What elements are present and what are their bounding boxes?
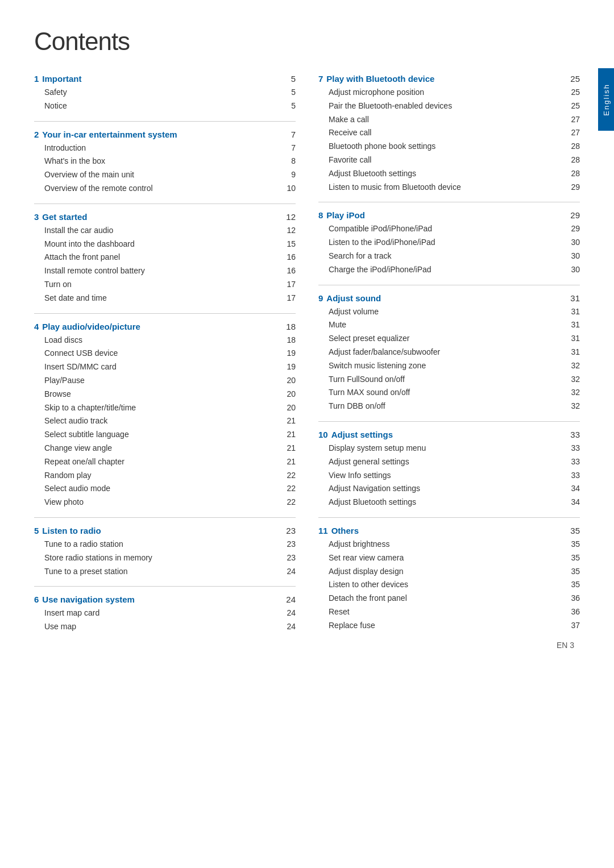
- sub-item-text: Detach the front panel: [329, 592, 407, 605]
- sub-item-text: Tune to a preset station: [44, 565, 128, 579]
- sub-item-page: 19: [282, 360, 296, 374]
- sub-item-page: 23: [282, 538, 296, 551]
- sub-item-page: 28: [566, 167, 580, 181]
- section-header: 9Adjust sound31: [318, 293, 580, 303]
- section-header: 11Others35: [318, 526, 580, 535]
- sub-item-page: 28: [566, 153, 580, 167]
- page-title: Contents: [34, 27, 580, 56]
- sub-item-page: 10: [282, 182, 296, 196]
- sub-item-page: 35: [566, 551, 580, 565]
- section-title: Listen to radio: [42, 526, 282, 535]
- section-header: 4Play audio/video/picture18: [34, 322, 296, 331]
- sub-item-page: 22: [282, 496, 296, 509]
- section-title: Adjust sound: [326, 293, 566, 303]
- sub-item-page: 23: [282, 551, 296, 565]
- sub-item-page: 28: [566, 140, 580, 153]
- sub-item-text: Tune to a radio station: [44, 538, 123, 551]
- sub-item-text: Listen to the iPod/iPhone/iPad: [329, 236, 435, 250]
- sub-item-text: Listen to music from Bluetooth device: [329, 181, 461, 194]
- section-10: 10Adjust settings33Display system setup …: [318, 421, 580, 509]
- sub-item-text: Repeat one/all chapter: [44, 455, 125, 469]
- sub-item-page: 21: [282, 455, 296, 469]
- sub-item-text: Select audio track: [44, 414, 107, 428]
- sub-item-text: Adjust fader/balance/subwoofer: [329, 346, 440, 359]
- sub-item-text: Insert map card: [44, 607, 99, 620]
- list-item: Adjust display design35: [318, 565, 580, 579]
- sub-item-page: 12: [282, 224, 296, 238]
- list-item: Adjust general settings33: [318, 455, 580, 469]
- sub-item-text: Listen to other devices: [329, 578, 408, 592]
- section-number: 8: [318, 210, 323, 220]
- sub-item-text: Adjust brightness: [329, 538, 389, 551]
- list-item: Load discs18: [34, 334, 296, 347]
- sub-item-page: 37: [566, 619, 580, 633]
- sub-item-page: 8: [282, 155, 296, 168]
- list-item: Listen to music from Bluetooth device29: [318, 181, 580, 194]
- sub-item-text: Make a call: [329, 113, 369, 127]
- section-page: 25: [566, 74, 580, 84]
- section-header: 1Important5: [34, 74, 296, 84]
- section-number: 1: [34, 74, 39, 84]
- sub-item-page: 21: [282, 442, 296, 455]
- sub-item-page: 34: [566, 482, 580, 496]
- sub-item-text: Select audio mode: [44, 482, 110, 496]
- list-item: Adjust fader/balance/subwoofer31: [318, 346, 580, 359]
- section-divider: [318, 517, 580, 518]
- list-item: Insert map card24: [34, 607, 296, 620]
- sub-item-text: Play/Pause: [44, 374, 85, 388]
- sub-item-page: 24: [282, 565, 296, 579]
- list-item: Turn on17: [34, 278, 296, 292]
- sub-item-page: 30: [566, 236, 580, 250]
- list-item: Safety5: [34, 86, 296, 99]
- list-item: Tune to a radio station23: [34, 538, 296, 551]
- sub-item-page: 17: [282, 292, 296, 305]
- list-item: Set rear view camera35: [318, 551, 580, 565]
- section-page: 7: [282, 130, 296, 139]
- section-divider: [34, 313, 296, 314]
- list-item: Overview of the main unit9: [34, 168, 296, 182]
- section-title: Adjust settings: [331, 430, 566, 439]
- sub-item-text: Change view angle: [44, 442, 112, 455]
- sub-item-text: Adjust display design: [329, 565, 404, 579]
- sub-item-text: Bluetooth phone book settings: [329, 140, 435, 153]
- sub-item-text: Select preset equalizer: [329, 332, 409, 346]
- sub-item-page: 32: [566, 359, 580, 373]
- sub-item-text: Notice: [44, 99, 67, 113]
- section-divider: [318, 421, 580, 422]
- section-5: 5Listen to radio23Tune to a radio statio…: [34, 517, 296, 578]
- section-7: 7Play with Bluetooth device25Adjust micr…: [318, 74, 580, 194]
- sub-item-page: 32: [566, 386, 580, 400]
- list-item: Make a call27: [318, 113, 580, 127]
- sub-item-text: Mount into the dashboard: [44, 238, 135, 251]
- list-item: Switch music listening zone32: [318, 359, 580, 373]
- sub-item-page: 27: [566, 113, 580, 127]
- list-item: What's in the box8: [34, 155, 296, 168]
- section-header: 6Use navigation system24: [34, 595, 296, 604]
- list-item: Adjust Bluetooth settings28: [318, 167, 580, 181]
- list-item: Set date and time17: [34, 292, 296, 305]
- section-number: 3: [34, 212, 39, 222]
- list-item: Adjust Navigation settings34: [318, 482, 580, 496]
- sub-item-text: Turn FullSound on/off: [329, 373, 405, 387]
- sub-item-page: 16: [282, 264, 296, 278]
- list-item: Tune to a preset station24: [34, 565, 296, 579]
- list-item: Turn MAX sound on/off32: [318, 386, 580, 400]
- left-column: 1Important5Safety5Notice52Your in-car en…: [34, 74, 296, 634]
- sub-item-page: 9: [282, 168, 296, 182]
- sub-item-page: 18: [282, 334, 296, 347]
- sub-item-text: Set rear view camera: [329, 551, 404, 565]
- list-item: Turn DBB on/off32: [318, 400, 580, 413]
- sub-item-text: Random play: [44, 469, 92, 483]
- list-item: Bluetooth phone book settings28: [318, 140, 580, 153]
- sub-item-page: 20: [282, 374, 296, 388]
- sub-item-page: 30: [566, 263, 580, 277]
- footer: EN 3: [557, 641, 574, 650]
- list-item: Change view angle21: [34, 442, 296, 455]
- section-page: 24: [282, 595, 296, 604]
- list-item: Random play22: [34, 469, 296, 483]
- section-number: 7: [318, 74, 323, 84]
- sub-item-text: Use map: [44, 620, 76, 634]
- list-item: Install the car audio12: [34, 224, 296, 238]
- list-item: Favorite call28: [318, 153, 580, 167]
- list-item: Listen to other devices35: [318, 578, 580, 592]
